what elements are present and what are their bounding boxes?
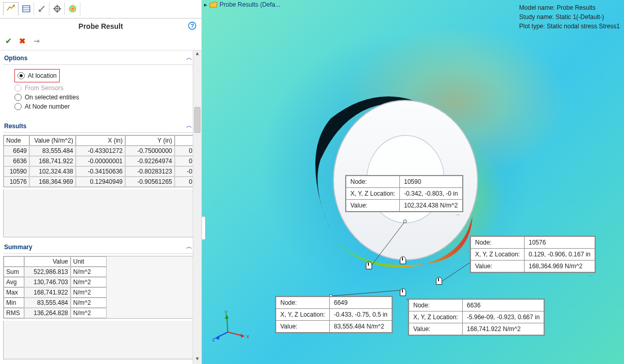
callout-value: 6636 xyxy=(462,300,544,311)
section-summary[interactable]: Summary ︿ xyxy=(3,240,193,254)
callout-value: 83,555.484 N/m^2 xyxy=(329,321,392,333)
axis-y: y xyxy=(225,308,228,315)
document-icon xyxy=(209,1,217,8)
callout-field: Value: xyxy=(346,200,400,212)
callout-10590[interactable]: Node:10590 X, Y, Z Location:-0.342, -0.8… xyxy=(345,175,463,212)
cancel-icon[interactable]: ✖ xyxy=(19,37,26,46)
callout-value: -0.433, -0.75, 0.5 in xyxy=(329,309,392,321)
opt-at-location[interactable]: At location xyxy=(18,72,57,79)
scroll-down-icon[interactable]: ▼ xyxy=(193,356,201,364)
section-summary-label: Summary xyxy=(4,244,32,251)
callout-field: Node: xyxy=(471,237,525,249)
highlight-at-location: At location xyxy=(14,69,60,82)
apply-row: ✔ ✖ xyxy=(0,34,201,50)
callout-field: Value: xyxy=(409,323,463,335)
scroll-up-icon[interactable]: ▲ xyxy=(193,50,201,59)
opt-at-node[interactable]: At Node number xyxy=(14,103,189,110)
svg-line-4 xyxy=(39,6,44,11)
table-row[interactable]: 10590102,324.438-0.34150636-0.80283123-0… xyxy=(4,166,193,177)
results-table[interactable]: Node Value (N/m^2) X (in) Y (in) Z (in) … xyxy=(3,135,193,187)
callout-field: Node: xyxy=(276,297,330,309)
callout-field: X, Y, Z Location: xyxy=(409,311,463,323)
radio-icon[interactable] xyxy=(14,94,22,101)
col-x[interactable]: X (in) xyxy=(76,135,125,146)
table-row[interactable]: 664983,555.484-0.43301272-0.750000000.50… xyxy=(4,146,193,156)
tab-dimension-icon[interactable] xyxy=(34,2,49,15)
tab-feature-icon[interactable] xyxy=(3,2,19,16)
callout-value: 10576 xyxy=(524,237,595,249)
panel-content: Options ︿ At location From Sensors On se… xyxy=(0,50,201,364)
callout-field: Node: xyxy=(409,300,463,311)
summary-table[interactable]: Value Unit Sum522,986.813N/m^2 Avg130,74… xyxy=(3,256,193,319)
callout-value: 168,364.969 N/m^2 xyxy=(524,261,595,272)
radio-icon[interactable] xyxy=(14,103,22,110)
chevron-up-icon: ︿ xyxy=(588,271,593,279)
callout-6636[interactable]: Node:6636 X, Y, Z Location:-5.96e-09, -0… xyxy=(408,299,545,336)
table-row[interactable]: Min83,555.484N/m^2 xyxy=(4,298,193,308)
scroll-thumb[interactable] xyxy=(194,107,200,133)
opt-from-sensors: From Sensors xyxy=(14,84,189,92)
svg-point-0 xyxy=(13,5,15,7)
chevron-up-icon: ︿ xyxy=(456,211,461,218)
callout-value: 6649 xyxy=(329,297,392,309)
breadcrumb-arrow-icon: ▸ xyxy=(204,1,207,8)
panel-scroll: Options ︿ At location From Sensors On se… xyxy=(0,50,201,364)
summary-blank-area xyxy=(3,321,193,359)
panel-tab-toolbar xyxy=(0,0,201,19)
callout-6649[interactable]: Node:6649 X, Y, Z Location:-0.433, -0.75… xyxy=(275,296,393,333)
table-row[interactable]: RMS136,264.828N/m^2 xyxy=(4,308,193,318)
callout-field: X, Y, Z Location: xyxy=(471,249,525,261)
callout-value: -0.342, -0.803, -0 in xyxy=(399,188,462,200)
svg-rect-1 xyxy=(23,6,30,12)
opt-on-selected[interactable]: On selected entities xyxy=(14,94,189,101)
col-y[interactable]: Y (in) xyxy=(125,135,175,146)
radio-checked-icon[interactable] xyxy=(18,72,25,79)
table-row[interactable]: 6636168,741.922-0.00000001-0.922649740.6… xyxy=(4,156,193,166)
col-value[interactable]: Value xyxy=(24,256,71,267)
callout-field: X, Y, Z Location: xyxy=(346,188,400,200)
chevron-up-icon: ︿ xyxy=(186,54,192,62)
col-value[interactable]: Value (N/m^2) xyxy=(29,135,76,146)
panel-title: Probe Result xyxy=(78,22,123,30)
panel-scrollbar[interactable]: ▲ ▼ xyxy=(193,50,201,364)
tab-results-icon[interactable] xyxy=(65,2,80,15)
tab-list-icon[interactable] xyxy=(19,2,34,15)
table-row[interactable]: 10576168,364.9690.12940949-0.905612650.1… xyxy=(4,177,193,187)
col-node[interactable]: Node xyxy=(4,135,29,146)
opt-from-sensors-label: From Sensors xyxy=(25,84,63,92)
help-icon[interactable]: ? xyxy=(188,22,196,30)
section-options[interactable]: Options ︿ xyxy=(3,51,193,65)
info-plot: Plot type: Static nodal stress Stress1 xyxy=(519,22,620,31)
section-results[interactable]: Results ︿ xyxy=(3,119,193,133)
splitter-handle[interactable] xyxy=(202,216,206,240)
svg-point-10 xyxy=(69,5,76,12)
tab-target-icon[interactable] xyxy=(49,2,65,15)
callout-field: Node: xyxy=(346,176,400,188)
breadcrumb[interactable]: ▸ Probe Results (Defa... xyxy=(204,1,280,8)
section-options-label: Options xyxy=(4,55,27,62)
opt-on-selected-label: On selected entities xyxy=(25,94,79,101)
opt-at-location-label: At location xyxy=(28,72,57,79)
svg-text:?: ? xyxy=(191,23,194,29)
app-root: Probe Result ? ✔ ✖ Options ︿ At location xyxy=(0,0,624,364)
callout-value: 102,324.438 N/m^2 xyxy=(399,200,462,212)
radio-icon xyxy=(14,84,22,92)
info-study: Study name: Static 1(-Default-) xyxy=(519,12,620,22)
callout-field: X, Y, Z Location: xyxy=(276,309,330,321)
orientation-triad[interactable]: x y z xyxy=(212,311,248,348)
callout-value: 0.129, -0.906, 0.167 in xyxy=(524,249,595,261)
callout-value: 10590 xyxy=(399,176,462,188)
callout-10576[interactable]: Node:10576 X, Y, Z Location:0.129, -0.90… xyxy=(470,236,596,273)
callout-field: Value: xyxy=(471,261,525,272)
col-unit[interactable]: Unit xyxy=(71,256,107,267)
pin-icon[interactable] xyxy=(33,38,40,45)
callout-value: -5.96e-09, -0.923, 0.667 in xyxy=(462,311,544,323)
table-row[interactable]: Sum522,986.813N/m^2 xyxy=(4,267,193,277)
col-blank xyxy=(4,256,24,267)
opt-at-node-label: At Node number xyxy=(25,103,70,110)
apply-icon[interactable]: ✔ xyxy=(5,36,12,46)
graphics-viewport[interactable]: ▸ Probe Results (Defa... Model name: Pro… xyxy=(202,0,624,364)
table-row[interactable]: Avg130,746.703N/m^2 xyxy=(4,277,193,287)
table-row[interactable]: Max168,741.922N/m^2 xyxy=(4,287,193,298)
breadcrumb-text: Probe Results (Defa... xyxy=(220,1,280,8)
